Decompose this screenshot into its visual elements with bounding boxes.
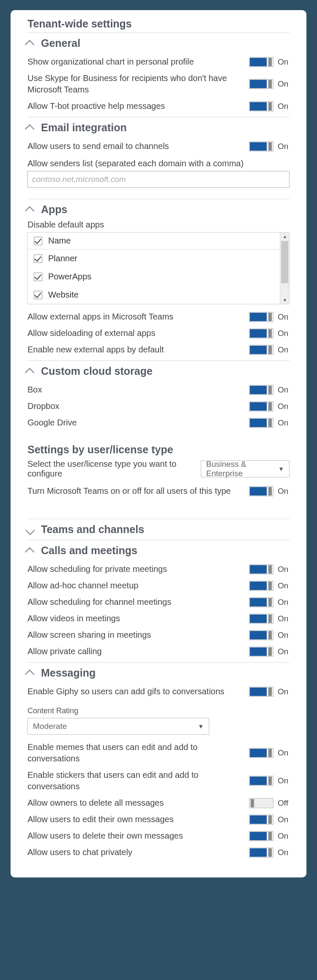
setting-label: Allow private calling <box>27 646 240 657</box>
chevron-up-icon <box>25 368 35 377</box>
toggle-state-text: On <box>278 581 290 590</box>
setting-row: Enable stickers that users can edit and … <box>27 767 290 795</box>
setting-row: Turn Microsoft Teams on or off for all u… <box>27 483 290 499</box>
toggle-state-text: On <box>278 565 290 574</box>
settings-panel: Tenant-wide settings General Show organi… <box>11 10 306 877</box>
setting-label: Allow owners to delete all messages <box>27 797 240 809</box>
toggle-switch[interactable] <box>249 847 273 858</box>
app-checkbox[interactable] <box>34 291 42 299</box>
app-list-row: PowerApps <box>28 268 289 286</box>
setting-row: Allow sideloading of external appsOn <box>27 325 290 341</box>
toggle-switch[interactable] <box>249 614 273 624</box>
setting-label: Allow external apps in Microsoft Teams <box>27 311 240 322</box>
toggle-group: On <box>249 401 290 411</box>
section-calls: Calls and meetings Allow scheduling for … <box>27 540 290 660</box>
toggle-switch[interactable] <box>249 630 273 640</box>
toggle-group: On <box>249 776 290 786</box>
toggle-switch[interactable] <box>249 79 273 89</box>
toggle-group: On <box>249 847 290 858</box>
app-name: Planner <box>48 254 77 263</box>
setting-row: Use Skype for Business for recipients wh… <box>27 70 290 98</box>
app-name: PowerApps <box>48 272 91 282</box>
toggle-group: On <box>249 141 290 152</box>
toggle-switch[interactable] <box>249 564 273 574</box>
chevron-up-icon <box>25 669 35 679</box>
setting-row: Enable memes that users can edit and add… <box>27 739 290 767</box>
toggle-switch[interactable] <box>249 101 273 111</box>
chevron-up-icon <box>25 547 35 557</box>
setting-row: Allow users to send email to channelsOn <box>27 138 290 154</box>
apps-list-body: ▴ ▾ PlannerPowerAppsWebsite <box>28 249 289 304</box>
toggle-group: On <box>249 815 290 825</box>
scroll-up-icon[interactable]: ▴ <box>280 233 289 240</box>
toggle-state-text: On <box>278 79 290 89</box>
toggle-switch[interactable] <box>249 815 273 825</box>
toggle-switch[interactable] <box>249 345 273 355</box>
toggle-switch[interactable] <box>249 748 273 758</box>
section-teams-heading: Teams and channels <box>41 523 144 536</box>
toggle-group: On <box>249 328 290 338</box>
section-general-header[interactable]: General <box>27 37 290 49</box>
toggle-switch[interactable] <box>249 312 273 322</box>
app-checkbox[interactable] <box>34 254 42 263</box>
app-checkbox[interactable] <box>34 273 42 281</box>
section-general-heading: General <box>41 37 80 49</box>
toggle-switch[interactable] <box>249 141 273 152</box>
toggle-state-text: On <box>278 815 290 824</box>
section-calls-body: Allow scheduling for private meetingsOnA… <box>27 561 290 660</box>
scroll-down-icon[interactable]: ▾ <box>280 296 289 304</box>
toggle-group: On <box>249 647 290 657</box>
content-rating-select[interactable]: Moderate ▼ <box>27 718 209 735</box>
toggle-state-text: On <box>278 848 290 857</box>
toggle-switch[interactable] <box>249 687 273 697</box>
section-storage-body: BoxOnDropboxOnGoogle DriveOn <box>27 382 290 431</box>
toggle-group: On <box>249 597 290 607</box>
section-calls-header[interactable]: Calls and meetings <box>27 544 290 557</box>
section-email-header[interactable]: Email integration <box>27 122 290 134</box>
section-messaging: Messaging Enable Giphy so users can add … <box>27 662 290 861</box>
apps-name-header: Name <box>48 236 71 246</box>
section-email: Email integration Allow users to send em… <box>27 117 290 196</box>
toggle-group: On <box>249 345 290 355</box>
toggle-switch[interactable] <box>249 486 273 496</box>
toggle-switch[interactable] <box>249 776 273 786</box>
toggle-group: On <box>249 831 290 841</box>
section-storage-header[interactable]: Custom cloud storage <box>27 365 290 377</box>
toggle-state-text: On <box>278 776 290 785</box>
section-messaging-header[interactable]: Messaging <box>27 667 290 679</box>
section-teams-header[interactable]: Teams and channels <box>27 523 290 536</box>
license-type-select-value: Business & Enterprise <box>206 460 278 478</box>
senders-list-input[interactable] <box>27 171 290 188</box>
setting-label: Use Skype for Business for recipients wh… <box>27 73 240 95</box>
setting-label: Allow sideloading of external apps <box>27 328 240 339</box>
toggle-group: On <box>249 687 290 697</box>
toggle-state-text: Off <box>278 799 290 808</box>
toggle-switch[interactable] <box>249 328 273 338</box>
app-name: Website <box>48 290 79 300</box>
toggle-switch[interactable] <box>249 647 273 657</box>
toggle-switch[interactable] <box>249 831 273 841</box>
toggle-state-text: On <box>278 402 290 411</box>
toggle-group: On <box>249 581 290 591</box>
setting-row: Enable Giphy so users can add gifs to co… <box>27 683 290 700</box>
toggle-state-text: On <box>278 598 290 607</box>
license-type-select[interactable]: Business & Enterprise ▼ <box>201 460 290 477</box>
select-all-checkbox[interactable] <box>34 237 42 245</box>
toggle-switch[interactable] <box>249 581 273 591</box>
toggle-switch[interactable] <box>249 798 273 808</box>
apps-scrollbar[interactable]: ▴ ▾ <box>280 233 289 304</box>
setting-row: Allow videos in meetingsOn <box>27 610 290 627</box>
setting-label: Allow scheduling for private meetings <box>27 563 240 575</box>
setting-label: Allow users to delete their own messages <box>27 830 240 842</box>
toggle-switch[interactable] <box>249 418 273 428</box>
toggle-switch[interactable] <box>249 385 273 395</box>
toggle-switch[interactable] <box>249 597 273 607</box>
toggle-state-text: On <box>278 345 290 355</box>
setting-row: Google DriveOn <box>27 414 290 431</box>
scroll-thumb[interactable] <box>281 241 288 283</box>
disable-default-apps-label: Disable default apps <box>27 220 290 230</box>
section-apps-header[interactable]: Apps <box>27 203 290 216</box>
toggle-state-text: On <box>278 631 290 640</box>
toggle-switch[interactable] <box>249 57 273 67</box>
toggle-switch[interactable] <box>249 401 273 411</box>
